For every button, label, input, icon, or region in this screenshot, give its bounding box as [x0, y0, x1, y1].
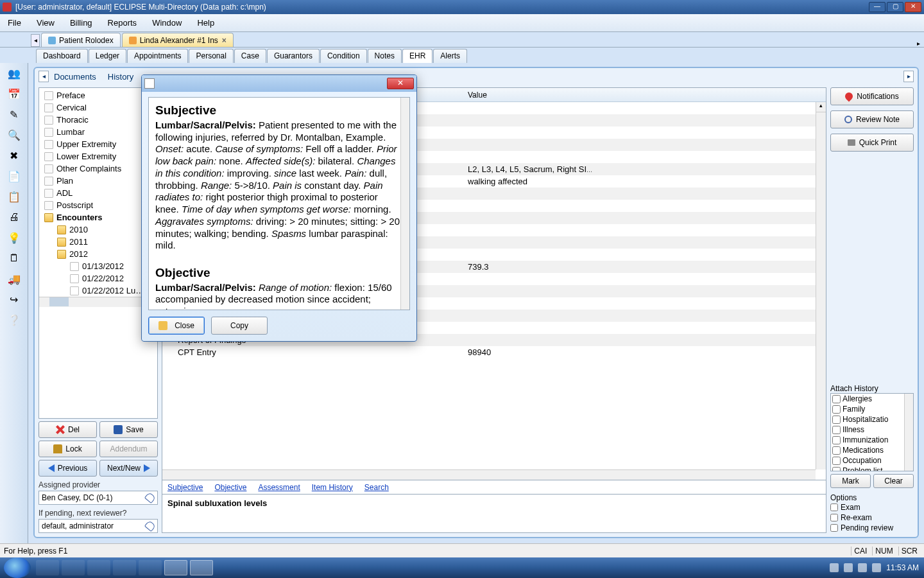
tab-nav-right[interactable]: ▸ [917, 40, 920, 47]
edit-icon[interactable]: ✎ [4, 105, 24, 123]
tab-condition[interactable]: Condition [320, 49, 367, 63]
lock-button[interactable]: Lock [38, 441, 97, 457]
dialog-close-button[interactable]: ✕ [387, 78, 414, 89]
attach-item[interactable]: Medications [831, 445, 913, 455]
export-icon[interactable]: ↪ [4, 290, 24, 308]
nav-prev-arrow[interactable]: ◂ [38, 71, 49, 82]
clear-button[interactable]: Clear [873, 474, 914, 488]
system-tray[interactable]: 11:53 AM [830, 563, 924, 572]
link-assessment[interactable]: Assessment [258, 483, 300, 492]
tree-year-2011[interactable]: 2011 [39, 236, 157, 248]
tree-year-2012[interactable]: 2012 [39, 248, 157, 260]
next-new-button[interactable]: Next/New [99, 460, 158, 477]
print-icon[interactable]: 🖨 [4, 208, 24, 226]
link-objective[interactable]: Objective [214, 483, 246, 492]
minimize-button[interactable]: — [869, 2, 886, 12]
menu-file[interactable]: File [0, 15, 29, 30]
grid-vscroll[interactable]: ▴ [816, 102, 826, 469]
copy-icon[interactable]: 📄 [4, 167, 24, 185]
tray-network-icon[interactable] [858, 563, 867, 572]
tray-flag-icon[interactable] [830, 563, 839, 572]
notifications-button[interactable]: Notifications [830, 87, 914, 105]
menu-view[interactable]: View [29, 15, 62, 30]
tab-ledger[interactable]: Ledger [89, 49, 126, 63]
attach-item[interactable]: Problem list [831, 466, 913, 471]
start-button[interactable] [4, 557, 31, 578]
search-icon[interactable]: 🔍 [4, 126, 24, 144]
list-vscroll[interactable] [904, 394, 913, 471]
del-button[interactable]: Del [38, 421, 97, 438]
ellipsis-button[interactable]: ... [586, 166, 592, 173]
nav-documents[interactable]: Documents [54, 72, 96, 82]
idea-icon[interactable]: 💡 [4, 229, 24, 247]
tree-lower-extremity[interactable]: Lower Extremity [39, 150, 157, 162]
tree-encounter-2[interactable]: 01/22/2012 [39, 272, 157, 285]
tree-year-2010[interactable]: 2010 [39, 223, 157, 236]
previous-button[interactable]: Previous [38, 460, 97, 477]
tab-patient-active[interactable]: Linda Alexander #1 Ins × [122, 33, 234, 47]
clipboard-icon[interactable]: 📋 [4, 188, 24, 206]
tree-lumbar[interactable]: Lumbar [39, 126, 157, 138]
transport-icon[interactable]: 🚚 [4, 270, 24, 288]
dialog-body[interactable]: Subjective Lumbar/Sacral/Pelvis: Patient… [148, 97, 410, 310]
nav-next-arrow[interactable]: ▸ [903, 71, 914, 82]
dialog-titlebar[interactable]: ✕ [142, 75, 416, 92]
nav-history[interactable]: History [108, 72, 133, 82]
tray-clock[interactable]: 11:53 AM [886, 563, 919, 572]
tab-alerts[interactable]: Alerts [433, 49, 467, 63]
grid-row[interactable]: CPT Entry98940 [162, 346, 816, 358]
help-icon[interactable]: ❔ [4, 311, 24, 329]
attach-item[interactable]: Hospitalizatio [831, 414, 913, 425]
tree-hscroll[interactable] [39, 297, 157, 307]
menu-help[interactable]: Help [189, 15, 222, 30]
tab-appointments[interactable]: Appointments [127, 49, 188, 63]
tree-other-complaints[interactable]: Other Complaints [39, 162, 157, 175]
tab-dashboard[interactable]: Dashboard [36, 49, 88, 63]
tree-encounter-1[interactable]: 01/13/2012 [39, 260, 157, 272]
grid-hscroll[interactable] [162, 469, 816, 480]
task-media[interactable] [62, 560, 85, 575]
attach-item[interactable]: Allergies [831, 394, 913, 404]
attach-item[interactable]: Illness [831, 425, 913, 435]
tab-patient-rolodex[interactable]: Patient Rolodex [41, 33, 121, 47]
tab-notes[interactable]: Notes [368, 49, 402, 63]
tree-upper-extremity[interactable]: Upper Extremity [39, 138, 157, 150]
menu-window[interactable]: Window [144, 15, 189, 30]
review-note-button[interactable]: Review Note [830, 110, 914, 128]
attach-item[interactable]: Family [831, 404, 913, 414]
patients-icon[interactable]: 👥 [4, 64, 24, 82]
attach-icon[interactable] [144, 492, 156, 504]
option-reexam[interactable]: Re-exam [830, 512, 914, 523]
tree-preface[interactable]: Preface [39, 89, 157, 101]
option-pending-review[interactable]: Pending review [830, 523, 914, 533]
attach-item[interactable]: Occupation [831, 455, 913, 466]
tab-close-icon[interactable]: × [222, 36, 227, 45]
tab-ehr[interactable]: EHR [402, 49, 432, 63]
maximize-button[interactable]: ▢ [887, 2, 903, 12]
tree-encounters[interactable]: Encounters [39, 211, 157, 223]
menu-reports[interactable]: Reports [100, 15, 145, 30]
link-search[interactable]: Search [364, 483, 389, 492]
task-explorer[interactable] [36, 560, 59, 575]
link-subjective[interactable]: Subjective [167, 483, 203, 492]
task-eclipse-1[interactable] [164, 560, 187, 575]
tree-encounter-3[interactable]: 01/22/2012 Lu… [39, 285, 157, 297]
menu-billing[interactable]: Billing [62, 15, 100, 30]
task-icon[interactable]: 🗒 [4, 249, 24, 267]
dialog-copy-button[interactable]: Copy [211, 317, 268, 335]
task-app[interactable] [87, 560, 110, 575]
mark-button[interactable]: Mark [830, 474, 871, 488]
attach-item[interactable]: Immunization [831, 435, 913, 445]
save-button[interactable]: Save [99, 421, 158, 438]
reviewer-value[interactable]: default, administrator [38, 519, 158, 533]
tree-plan[interactable]: Plan [39, 175, 157, 187]
addendum-button[interactable]: Addendum [99, 441, 158, 457]
document-tree[interactable]: Preface Cervical Thoracic Lumbar Upper E… [38, 87, 158, 419]
attach-icon[interactable] [144, 520, 156, 532]
window-close-button[interactable]: ✕ [905, 2, 921, 12]
dialog-vscroll[interactable] [400, 98, 409, 310]
tab-nav-left[interactable]: ◂ [31, 34, 40, 47]
tree-postscript[interactable]: Postscript [39, 199, 157, 211]
tree-cervical[interactable]: Cervical [39, 101, 157, 114]
task-eclipse-2[interactable] [190, 560, 213, 575]
